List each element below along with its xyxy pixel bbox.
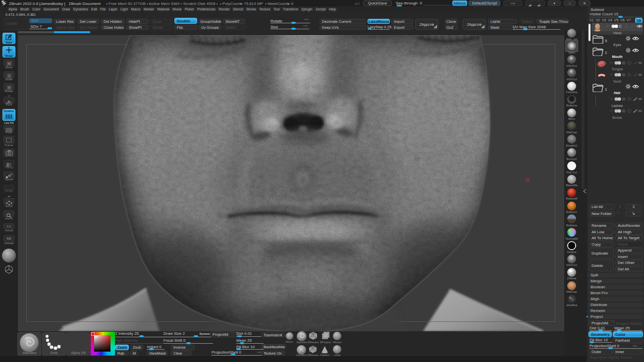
- svg-text:R: R: [7, 86, 10, 90]
- svg-text:S: S: [8, 74, 10, 78]
- svg-text:M: M: [7, 62, 10, 65]
